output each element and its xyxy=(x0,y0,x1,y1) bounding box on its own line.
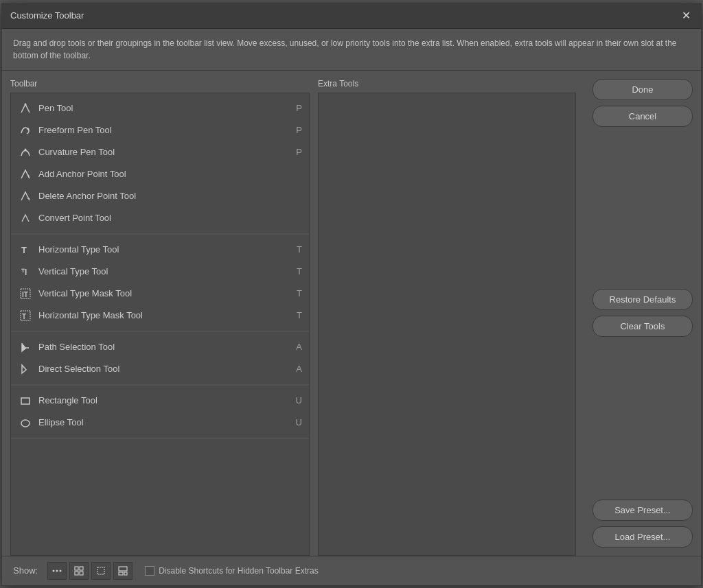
path-selection-tool-group: Path Selection Tool A Direct Selection T… xyxy=(11,332,309,386)
svg-rect-13 xyxy=(21,398,30,404)
horizontal-type-icon: T xyxy=(18,242,33,257)
svg-rect-24 xyxy=(119,572,123,575)
tool-name: Add Anchor Point Tool xyxy=(38,169,297,179)
convert-point-tool-icon xyxy=(18,211,33,226)
svg-text:T: T xyxy=(22,313,26,320)
show-icon-button-2[interactable] xyxy=(91,562,111,580)
list-item[interactable]: Freeform Pen Tool P xyxy=(11,119,309,141)
disable-shortcuts-area: Disable Shortcuts for Hidden Toolbar Ext… xyxy=(145,566,319,576)
tool-name: Ellipse Tool xyxy=(38,417,290,427)
bottom-bar: Show: xyxy=(2,556,701,585)
list-item[interactable]: Convert Point Tool xyxy=(11,207,309,229)
list-item[interactable]: Rectangle Tool U xyxy=(11,390,309,412)
add-anchor-tool-icon: + xyxy=(18,167,33,182)
restore-defaults-button[interactable]: Restore Defaults xyxy=(592,289,693,310)
list-item[interactable]: T Horizontal Type Tool T xyxy=(11,239,309,261)
svg-marker-12 xyxy=(22,365,26,373)
svg-rect-19 xyxy=(80,567,83,570)
tool-name: Horizontal Type Tool xyxy=(38,244,291,255)
save-preset-button[interactable]: Save Preset... xyxy=(592,499,693,521)
show-label: Show: xyxy=(13,565,38,576)
list-item[interactable]: ᵀI Vertical Type Tool T xyxy=(11,261,309,283)
dots-icon xyxy=(52,566,62,576)
svg-rect-21 xyxy=(80,572,83,575)
load-preset-button[interactable]: Load Preset... xyxy=(592,526,693,548)
vertical-type-icon: ᵀI xyxy=(18,264,33,279)
close-button[interactable]: ✕ xyxy=(679,9,693,23)
type-tool-group: T Horizontal Type Tool T ᵀI Vertical Typ… xyxy=(11,235,309,332)
clear-tools-button[interactable]: Clear Tools xyxy=(592,316,693,337)
tool-name: Path Selection Tool xyxy=(38,342,290,352)
shape-tool-group: Rectangle Tool U Ellipse Tool U xyxy=(11,386,309,439)
extra-tools-label: Extra Tools xyxy=(318,79,584,89)
svg-text:+: + xyxy=(27,173,30,180)
toolbar-section: Toolbar Pen Tool P Free xyxy=(2,71,310,556)
show-dots-button[interactable] xyxy=(47,562,67,580)
svg-point-17 xyxy=(60,569,62,572)
horizontal-type-mask-icon: T xyxy=(18,308,33,323)
path-selection-icon xyxy=(18,340,33,355)
svg-rect-20 xyxy=(75,572,78,575)
svg-rect-18 xyxy=(75,567,78,570)
show-icons-group xyxy=(47,562,132,580)
tool-name: Vertical Type Mask Tool xyxy=(38,288,291,298)
tool-shortcut: U xyxy=(296,395,302,405)
spacer xyxy=(592,342,693,494)
extra-tools-list[interactable] xyxy=(318,93,576,556)
freeform-pen-tool-icon xyxy=(18,123,33,138)
done-button[interactable]: Done xyxy=(592,79,693,100)
rectangle-tool-icon xyxy=(18,393,33,408)
dialog-title: Customize Toolbar xyxy=(10,10,84,21)
list-item[interactable]: IT Vertical Type Mask Tool T xyxy=(11,283,309,305)
ellipse-tool-icon xyxy=(18,415,33,430)
tool-name: Delete Anchor Point Tool xyxy=(38,191,297,201)
show-icon-button-3[interactable] xyxy=(113,562,132,580)
toolbar-list[interactable]: Pen Tool P Freeform Pen Tool P xyxy=(10,93,310,556)
list-item[interactable]: Curvature Pen Tool P xyxy=(11,141,309,163)
svg-point-14 xyxy=(21,420,30,427)
tool-shortcut: A xyxy=(296,342,302,352)
tool-name: Rectangle Tool xyxy=(38,395,290,405)
tool-name: Freeform Pen Tool xyxy=(38,125,290,135)
svg-rect-25 xyxy=(124,572,127,575)
tool-shortcut: T xyxy=(297,310,302,320)
svg-text:T: T xyxy=(21,245,27,255)
list-item[interactable]: + Add Anchor Point Tool xyxy=(11,163,309,185)
tool-shortcut: A xyxy=(296,364,302,374)
tool-shortcut: P xyxy=(296,125,302,135)
svg-point-0 xyxy=(25,103,27,105)
tool-shortcut: T xyxy=(297,244,302,255)
tool-name: Direct Selection Tool xyxy=(38,364,290,374)
tool-shortcut: T xyxy=(297,266,302,277)
tool-name: Vertical Type Tool xyxy=(38,266,291,277)
disable-shortcuts-checkbox[interactable] xyxy=(145,566,154,576)
cancel-button[interactable]: Cancel xyxy=(592,106,693,127)
svg-rect-23 xyxy=(119,567,127,571)
list-item[interactable]: Direct Selection Tool A xyxy=(11,358,309,380)
tool-shortcut: T xyxy=(297,288,302,298)
title-bar: Customize Toolbar ✕ xyxy=(2,3,701,29)
pen-tool-icon xyxy=(18,101,33,116)
svg-point-2 xyxy=(25,148,27,150)
selection-icon xyxy=(96,566,106,576)
vertical-type-mask-icon: IT xyxy=(18,286,33,301)
list-item[interactable]: Pen Tool P xyxy=(11,97,309,119)
layout-icon xyxy=(118,566,128,576)
main-content: Toolbar Pen Tool P Free xyxy=(2,71,701,556)
svg-point-1 xyxy=(27,128,30,130)
delete-anchor-tool-icon: − xyxy=(18,189,33,204)
tool-shortcut: U xyxy=(296,417,302,427)
list-item[interactable]: T Horizontal Type Mask Tool T xyxy=(11,305,309,327)
svg-point-16 xyxy=(56,569,58,572)
direct-selection-icon xyxy=(18,362,33,377)
list-item[interactable]: − Delete Anchor Point Tool xyxy=(11,185,309,207)
tool-shortcut: P xyxy=(296,103,302,113)
action-buttons: Done Cancel Restore Defaults Clear Tools… xyxy=(584,71,701,556)
show-icon-button-1[interactable] xyxy=(69,562,89,580)
list-item[interactable]: Path Selection Tool A xyxy=(11,336,309,358)
list-item[interactable]: Ellipse Tool U xyxy=(11,412,309,434)
tool-name: Pen Tool xyxy=(38,103,290,113)
tool-name: Convert Point Tool xyxy=(38,213,297,223)
svg-text:−: − xyxy=(27,195,30,202)
svg-text:ᵀI: ᵀI xyxy=(21,268,27,277)
